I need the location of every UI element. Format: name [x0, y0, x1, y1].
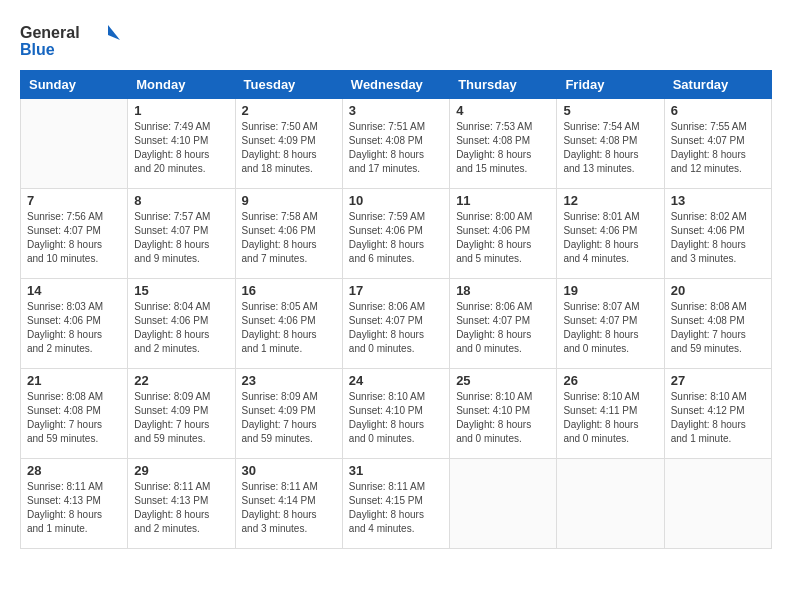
calendar-cell: 10Sunrise: 7:59 AMSunset: 4:06 PMDayligh… [342, 189, 449, 279]
calendar-cell: 14Sunrise: 8:03 AMSunset: 4:06 PMDayligh… [21, 279, 128, 369]
calendar-cell: 17Sunrise: 8:06 AMSunset: 4:07 PMDayligh… [342, 279, 449, 369]
day-number: 17 [349, 283, 443, 298]
calendar-cell: 11Sunrise: 8:00 AMSunset: 4:06 PMDayligh… [450, 189, 557, 279]
day-number: 13 [671, 193, 765, 208]
calendar-week-row: 1Sunrise: 7:49 AMSunset: 4:10 PMDaylight… [21, 99, 772, 189]
calendar-week-row: 21Sunrise: 8:08 AMSunset: 4:08 PMDayligh… [21, 369, 772, 459]
weekday-header: Saturday [664, 71, 771, 99]
day-info: Sunrise: 8:05 AMSunset: 4:06 PMDaylight:… [242, 300, 336, 356]
day-number: 9 [242, 193, 336, 208]
weekday-header: Monday [128, 71, 235, 99]
day-info: Sunrise: 8:06 AMSunset: 4:07 PMDaylight:… [456, 300, 550, 356]
svg-marker-2 [108, 25, 120, 40]
day-info: Sunrise: 8:06 AMSunset: 4:07 PMDaylight:… [349, 300, 443, 356]
calendar-cell [450, 459, 557, 549]
day-info: Sunrise: 8:00 AMSunset: 4:06 PMDaylight:… [456, 210, 550, 266]
calendar-cell: 5Sunrise: 7:54 AMSunset: 4:08 PMDaylight… [557, 99, 664, 189]
day-info: Sunrise: 7:58 AMSunset: 4:06 PMDaylight:… [242, 210, 336, 266]
weekday-header: Sunday [21, 71, 128, 99]
calendar-table: SundayMondayTuesdayWednesdayThursdayFrid… [20, 70, 772, 549]
day-info: Sunrise: 8:02 AMSunset: 4:06 PMDaylight:… [671, 210, 765, 266]
day-info: Sunrise: 8:08 AMSunset: 4:08 PMDaylight:… [671, 300, 765, 356]
page-header: GeneralBlue [20, 20, 772, 60]
day-info: Sunrise: 8:03 AMSunset: 4:06 PMDaylight:… [27, 300, 121, 356]
calendar-cell: 22Sunrise: 8:09 AMSunset: 4:09 PMDayligh… [128, 369, 235, 459]
day-number: 12 [563, 193, 657, 208]
day-number: 22 [134, 373, 228, 388]
calendar-cell: 21Sunrise: 8:08 AMSunset: 4:08 PMDayligh… [21, 369, 128, 459]
calendar-week-row: 7Sunrise: 7:56 AMSunset: 4:07 PMDaylight… [21, 189, 772, 279]
day-info: Sunrise: 8:10 AMSunset: 4:10 PMDaylight:… [456, 390, 550, 446]
calendar-cell: 1Sunrise: 7:49 AMSunset: 4:10 PMDaylight… [128, 99, 235, 189]
day-number: 28 [27, 463, 121, 478]
day-info: Sunrise: 8:11 AMSunset: 4:14 PMDaylight:… [242, 480, 336, 536]
day-info: Sunrise: 7:53 AMSunset: 4:08 PMDaylight:… [456, 120, 550, 176]
day-info: Sunrise: 8:11 AMSunset: 4:13 PMDaylight:… [134, 480, 228, 536]
calendar-cell: 20Sunrise: 8:08 AMSunset: 4:08 PMDayligh… [664, 279, 771, 369]
day-number: 10 [349, 193, 443, 208]
day-number: 25 [456, 373, 550, 388]
calendar-cell [557, 459, 664, 549]
day-number: 29 [134, 463, 228, 478]
calendar-cell: 12Sunrise: 8:01 AMSunset: 4:06 PMDayligh… [557, 189, 664, 279]
svg-text:Blue: Blue [20, 41, 55, 58]
calendar-cell: 23Sunrise: 8:09 AMSunset: 4:09 PMDayligh… [235, 369, 342, 459]
calendar-cell: 28Sunrise: 8:11 AMSunset: 4:13 PMDayligh… [21, 459, 128, 549]
day-number: 18 [456, 283, 550, 298]
calendar-cell [664, 459, 771, 549]
calendar-cell: 7Sunrise: 7:56 AMSunset: 4:07 PMDaylight… [21, 189, 128, 279]
day-number: 27 [671, 373, 765, 388]
day-number: 19 [563, 283, 657, 298]
calendar-cell: 26Sunrise: 8:10 AMSunset: 4:11 PMDayligh… [557, 369, 664, 459]
day-info: Sunrise: 8:09 AMSunset: 4:09 PMDaylight:… [242, 390, 336, 446]
day-number: 3 [349, 103, 443, 118]
day-number: 1 [134, 103, 228, 118]
day-info: Sunrise: 8:10 AMSunset: 4:12 PMDaylight:… [671, 390, 765, 446]
calendar-cell: 18Sunrise: 8:06 AMSunset: 4:07 PMDayligh… [450, 279, 557, 369]
calendar-cell: 15Sunrise: 8:04 AMSunset: 4:06 PMDayligh… [128, 279, 235, 369]
weekday-header: Friday [557, 71, 664, 99]
day-number: 24 [349, 373, 443, 388]
calendar-cell: 25Sunrise: 8:10 AMSunset: 4:10 PMDayligh… [450, 369, 557, 459]
calendar-cell: 27Sunrise: 8:10 AMSunset: 4:12 PMDayligh… [664, 369, 771, 459]
day-number: 23 [242, 373, 336, 388]
logo-icon: GeneralBlue [20, 20, 120, 60]
day-number: 21 [27, 373, 121, 388]
day-info: Sunrise: 8:11 AMSunset: 4:15 PMDaylight:… [349, 480, 443, 536]
weekday-header: Thursday [450, 71, 557, 99]
calendar-cell: 9Sunrise: 7:58 AMSunset: 4:06 PMDaylight… [235, 189, 342, 279]
day-number: 31 [349, 463, 443, 478]
day-info: Sunrise: 7:49 AMSunset: 4:10 PMDaylight:… [134, 120, 228, 176]
day-number: 4 [456, 103, 550, 118]
day-number: 11 [456, 193, 550, 208]
day-number: 30 [242, 463, 336, 478]
day-info: Sunrise: 7:54 AMSunset: 4:08 PMDaylight:… [563, 120, 657, 176]
day-info: Sunrise: 7:59 AMSunset: 4:06 PMDaylight:… [349, 210, 443, 266]
svg-text:General: General [20, 24, 80, 41]
day-number: 14 [27, 283, 121, 298]
day-number: 15 [134, 283, 228, 298]
calendar-header-row: SundayMondayTuesdayWednesdayThursdayFrid… [21, 71, 772, 99]
day-info: Sunrise: 8:08 AMSunset: 4:08 PMDaylight:… [27, 390, 121, 446]
calendar-cell: 29Sunrise: 8:11 AMSunset: 4:13 PMDayligh… [128, 459, 235, 549]
day-number: 8 [134, 193, 228, 208]
day-number: 6 [671, 103, 765, 118]
calendar-cell: 4Sunrise: 7:53 AMSunset: 4:08 PMDaylight… [450, 99, 557, 189]
day-number: 26 [563, 373, 657, 388]
calendar-cell: 19Sunrise: 8:07 AMSunset: 4:07 PMDayligh… [557, 279, 664, 369]
day-info: Sunrise: 8:01 AMSunset: 4:06 PMDaylight:… [563, 210, 657, 266]
calendar-cell: 3Sunrise: 7:51 AMSunset: 4:08 PMDaylight… [342, 99, 449, 189]
day-info: Sunrise: 8:11 AMSunset: 4:13 PMDaylight:… [27, 480, 121, 536]
day-info: Sunrise: 8:09 AMSunset: 4:09 PMDaylight:… [134, 390, 228, 446]
day-info: Sunrise: 7:56 AMSunset: 4:07 PMDaylight:… [27, 210, 121, 266]
day-info: Sunrise: 8:10 AMSunset: 4:10 PMDaylight:… [349, 390, 443, 446]
day-info: Sunrise: 7:57 AMSunset: 4:07 PMDaylight:… [134, 210, 228, 266]
calendar-cell: 6Sunrise: 7:55 AMSunset: 4:07 PMDaylight… [664, 99, 771, 189]
calendar-cell: 2Sunrise: 7:50 AMSunset: 4:09 PMDaylight… [235, 99, 342, 189]
calendar-cell: 30Sunrise: 8:11 AMSunset: 4:14 PMDayligh… [235, 459, 342, 549]
calendar-cell: 31Sunrise: 8:11 AMSunset: 4:15 PMDayligh… [342, 459, 449, 549]
logo: GeneralBlue [20, 20, 120, 60]
day-number: 2 [242, 103, 336, 118]
calendar-cell: 24Sunrise: 8:10 AMSunset: 4:10 PMDayligh… [342, 369, 449, 459]
day-number: 20 [671, 283, 765, 298]
